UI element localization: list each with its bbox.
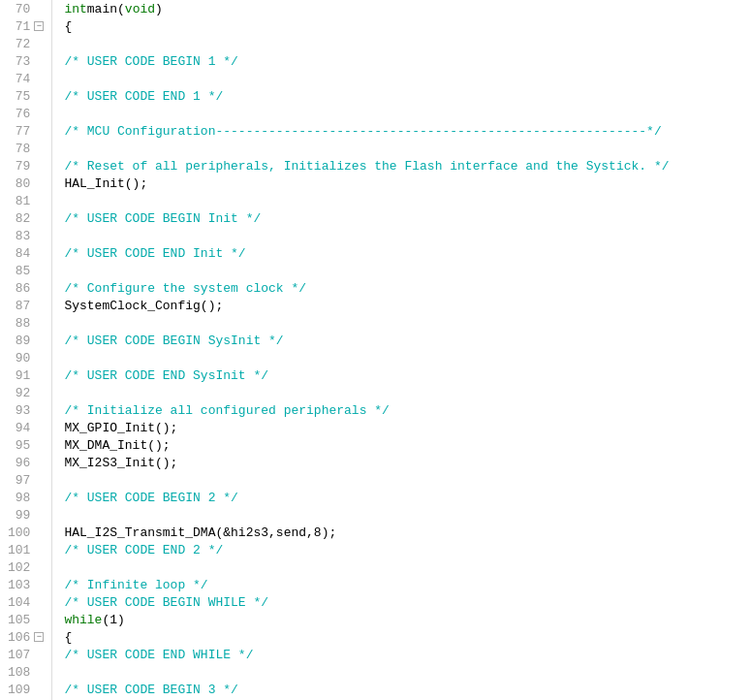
code-line-109: /* USER CODE BEGIN 3 */ [64, 681, 750, 698]
code-line-72 [64, 35, 750, 52]
line-number-81: 81 [8, 192, 44, 209]
line-number-97: 97 [8, 471, 44, 489]
line-number-80: 80 [8, 175, 44, 192]
line-number-103: 103 [8, 576, 44, 593]
code-line-81 [64, 192, 750, 209]
line-number-93: 93 [8, 401, 44, 419]
code-line-91: /* USER CODE END SysInit */ [64, 366, 750, 384]
code-line-74 [64, 70, 750, 87]
code-line-96: MX_I2S3_Init(); [64, 454, 750, 471]
code-area: int main(void){ /* USER CODE BEGIN 1 */ … [52, 0, 750, 700]
code-line-90 [64, 349, 750, 366]
code-line-102 [64, 558, 750, 576]
code-line-106: { [64, 628, 750, 646]
line-number-79: 79 [8, 157, 44, 175]
line-number-100: 100 [8, 524, 44, 541]
code-line-101: /* USER CODE END 2 */ [64, 541, 750, 558]
line-number-88: 88 [8, 314, 44, 332]
line-numbers: 7071−72737475767778798081828384858687888… [0, 0, 52, 700]
line-number-102: 102 [8, 558, 44, 576]
line-number-77: 77 [8, 122, 44, 140]
line-number-84: 84 [8, 244, 44, 262]
code-line-93: /* Initialize all configured peripherals… [64, 401, 750, 419]
line-number-106: 106− [8, 628, 44, 646]
line-number-74: 74 [8, 70, 44, 87]
line-number-82: 82 [8, 209, 44, 227]
line-number-72: 72 [8, 35, 44, 52]
code-line-99 [64, 506, 750, 524]
code-line-84: /* USER CODE END Init */ [64, 244, 750, 262]
code-line-89: /* USER CODE BEGIN SysInit */ [64, 332, 750, 349]
code-line-75: /* USER CODE END 1 */ [64, 87, 750, 105]
line-number-96: 96 [8, 454, 44, 471]
code-line-70: int main(void) [64, 0, 750, 17]
code-line-80: HAL_Init(); [64, 175, 750, 192]
code-line-100: HAL_I2S_Transmit_DMA(&hi2s3,send,8); [64, 524, 750, 541]
code-line-77: /* MCU Configuration--------------------… [64, 122, 750, 140]
line-number-78: 78 [8, 140, 44, 157]
code-line-85 [64, 262, 750, 279]
code-line-92 [64, 384, 750, 401]
code-line-104: /* USER CODE BEGIN WHILE */ [64, 593, 750, 611]
line-number-104: 104 [8, 593, 44, 611]
code-line-79: /* Reset of all peripherals, Initializes… [64, 157, 750, 175]
code-line-103: /* Infinite loop */ [64, 576, 750, 593]
code-line-95: MX_DMA_Init(); [64, 436, 750, 454]
line-number-108: 108 [8, 663, 44, 681]
code-line-98: /* USER CODE BEGIN 2 */ [64, 489, 750, 506]
code-line-108 [64, 663, 750, 681]
line-number-99: 99 [8, 506, 44, 524]
line-number-76: 76 [8, 105, 44, 122]
code-line-87: SystemClock_Config(); [64, 297, 750, 314]
code-line-88 [64, 314, 750, 332]
line-number-75: 75 [8, 87, 44, 105]
code-line-86: /* Configure the system clock */ [64, 279, 750, 297]
line-number-98: 98 [8, 489, 44, 506]
line-number-71: 71− [8, 17, 44, 35]
code-line-82: /* USER CODE BEGIN Init */ [64, 209, 750, 227]
code-line-105: while (1) [64, 611, 750, 628]
line-number-105: 105 [8, 611, 44, 628]
code-line-76 [64, 105, 750, 122]
code-line-83 [64, 227, 750, 244]
line-number-87: 87 [8, 297, 44, 314]
code-line-94: MX_GPIO_Init(); [64, 419, 750, 436]
line-number-83: 83 [8, 227, 44, 244]
code-editor: 7071−72737475767778798081828384858687888… [0, 0, 750, 700]
line-number-95: 95 [8, 436, 44, 454]
code-line-71: { [64, 17, 750, 35]
code-line-78 [64, 140, 750, 157]
line-number-107: 107 [8, 646, 44, 663]
line-number-73: 73 [8, 52, 44, 70]
code-line-97 [64, 471, 750, 489]
fold-icon-106[interactable]: − [34, 632, 44, 642]
line-number-91: 91 [8, 366, 44, 384]
line-number-90: 90 [8, 349, 44, 366]
line-number-101: 101 [8, 541, 44, 558]
line-number-85: 85 [8, 262, 44, 279]
line-number-70: 70 [8, 0, 44, 17]
line-number-109: 109 [8, 681, 44, 698]
line-number-92: 92 [8, 384, 44, 401]
line-number-86: 86 [8, 279, 44, 297]
fold-icon-71[interactable]: − [34, 21, 44, 31]
code-line-73: /* USER CODE BEGIN 1 */ [64, 52, 750, 70]
line-number-94: 94 [8, 419, 44, 436]
code-line-107: /* USER CODE END WHILE */ [64, 646, 750, 663]
line-number-89: 89 [8, 332, 44, 349]
